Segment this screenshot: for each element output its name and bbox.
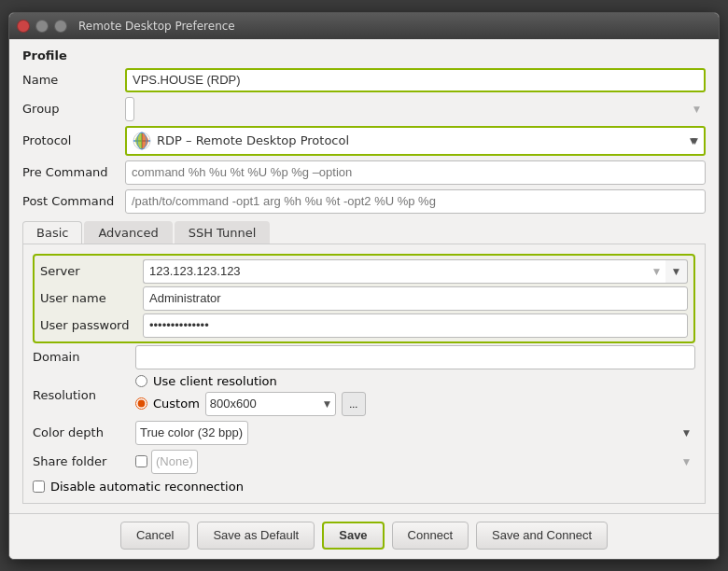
protocol-select-inner[interactable]: RDP – Remote Desktop Protocol ▼ (127, 128, 704, 154)
server-input-wrap (143, 259, 665, 284)
custom-resolution-select[interactable]: 800x600 1024x768 1280x720 1920x1080 (205, 392, 336, 416)
tab-basic[interactable]: Basic (22, 221, 82, 244)
save-button[interactable]: Save (322, 522, 384, 550)
username-input[interactable] (143, 286, 688, 311)
domain-row: Domain (33, 345, 695, 369)
tabs-container: Basic Advanced SSH Tunnel Server ▼ (22, 221, 706, 504)
window-title: Remote Desktop Preference (78, 20, 235, 33)
disable-reconnect-row: Disable automatic reconnection (33, 480, 695, 494)
domain-input[interactable] (135, 345, 695, 369)
protocol-row: Protocol RDP – Remote Desktop Protocol ▼ (22, 126, 706, 156)
disable-reconnect-label: Disable automatic reconnection (50, 480, 244, 494)
client-resolution-label: Use client resolution (153, 374, 277, 388)
protocol-label: Protocol (22, 133, 125, 147)
titlebar: Remote Desktop Preference (9, 13, 719, 39)
domain-label: Domain (33, 350, 135, 364)
resolution-row: Resolution Use client resolution Custom (33, 374, 695, 416)
custom-resolution-row: Custom 800x600 1024x768 1280x720 1920x10… (135, 392, 366, 416)
group-field (125, 97, 706, 121)
color-depth-label: Color depth (33, 425, 135, 439)
custom-resolution-select-wrapper: 800x600 1024x768 1280x720 1920x1080 (205, 392, 336, 416)
server-group: Server ▼ User name (33, 254, 695, 343)
post-command-label: Post Command (22, 194, 125, 208)
pre-command-input[interactable] (125, 160, 706, 185)
server-dropdown-btn[interactable]: ▼ (665, 259, 688, 284)
protocol-value: RDP – Remote Desktop Protocol (157, 133, 690, 147)
name-label: Name (22, 73, 125, 87)
username-label: User name (40, 291, 143, 305)
cancel-button[interactable]: Cancel (120, 522, 189, 550)
connect-button[interactable]: Connect (392, 522, 469, 550)
client-resolution-radio[interactable] (135, 375, 147, 387)
share-folder-select[interactable]: (None) (151, 450, 198, 474)
pre-command-row: Pre Command (22, 160, 706, 185)
profile-section-title: Profile (22, 49, 706, 63)
share-folder-checkbox[interactable] (135, 455, 147, 467)
share-folder-row: Share folder (None) (33, 450, 695, 474)
server-row: Server ▼ (40, 259, 688, 284)
tab-ssh-tunnel[interactable]: SSH Tunnel (175, 221, 271, 244)
client-resolution-row: Use client resolution (135, 374, 366, 388)
password-row: User password (40, 313, 688, 338)
protocol-arrow-icon: ▼ (690, 136, 698, 146)
resolution-section: Resolution Use client resolution Custom (33, 374, 695, 416)
name-row: Name (22, 68, 706, 92)
resolution-ellipsis-button[interactable]: ... (342, 392, 366, 416)
post-command-input[interactable] (125, 189, 706, 214)
tab-basic-content: Server ▼ User name (22, 244, 706, 504)
minimize-button[interactable] (35, 20, 49, 33)
post-command-row: Post Command (22, 189, 706, 214)
domain-field (135, 345, 695, 369)
rdp-icon (133, 132, 151, 150)
color-depth-row: Color depth True color (32 bpp) True col… (33, 421, 695, 445)
main-window: Remote Desktop Preference Profile Name G… (8, 12, 720, 560)
save-connect-button[interactable]: Save and Connect (476, 522, 608, 550)
share-folder-select-wrapper: (None) (151, 450, 695, 474)
pre-command-label: Pre Command (22, 165, 125, 179)
name-field (125, 68, 706, 92)
server-dropdown-arrow-icon: ▼ (673, 267, 679, 276)
protocol-select-wrapper: RDP – Remote Desktop Protocol ▼ (125, 126, 706, 156)
password-label: User password (40, 318, 143, 332)
custom-resolution-label: Custom (153, 397, 200, 411)
resolution-options: Use client resolution Custom 800x600 102… (135, 374, 366, 416)
resolution-label: Resolution (33, 388, 135, 402)
group-row: Group (22, 97, 706, 121)
name-input[interactable] (125, 68, 706, 92)
share-folder-controls: (None) (135, 450, 695, 474)
pre-command-field (125, 160, 706, 185)
tabs-header: Basic Advanced SSH Tunnel (22, 221, 706, 244)
tab-advanced[interactable]: Advanced (84, 221, 172, 244)
disable-reconnect-checkbox[interactable] (33, 480, 45, 493)
password-input[interactable] (143, 313, 688, 338)
post-command-field (125, 189, 706, 214)
share-folder-label: Share folder (33, 454, 135, 468)
group-label: Group (22, 102, 125, 116)
username-row: User name (40, 286, 688, 311)
custom-resolution-radio[interactable] (135, 397, 147, 410)
server-label: Server (40, 264, 143, 278)
content-area: Profile Name Group Protocol (9, 39, 719, 513)
close-button[interactable] (17, 20, 30, 33)
group-select[interactable] (125, 97, 134, 121)
save-default-button[interactable]: Save as Default (197, 522, 315, 550)
color-depth-select-wrapper: True color (32 bpp) True color (24 bpp) … (135, 421, 695, 445)
server-input[interactable] (143, 259, 665, 284)
maximize-button[interactable] (54, 20, 67, 33)
bottom-bar: Cancel Save as Default Save Connect Save… (9, 513, 719, 559)
color-depth-select[interactable]: True color (32 bpp) True color (24 bpp) … (135, 421, 248, 445)
